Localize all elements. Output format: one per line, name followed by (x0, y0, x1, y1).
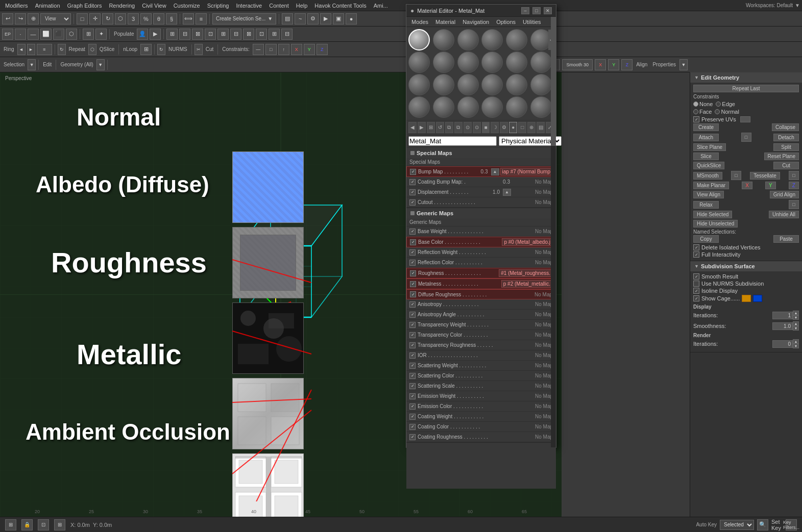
me-scrollbar-track[interactable] (551, 17, 556, 447)
align-btn[interactable]: ≡ (196, 13, 207, 24)
smoothness-down[interactable]: ▼ (793, 326, 799, 331)
face-radio[interactable]: Face (693, 109, 712, 115)
special-maps-header[interactable]: Special Maps (406, 148, 556, 158)
me-options-menu[interactable]: Options (493, 18, 519, 26)
coating-roughness-cb[interactable] (409, 434, 416, 440)
emission-weight-cb[interactable] (409, 393, 416, 399)
reflection-color-slot[interactable]: No Map (512, 260, 553, 265)
mat-ball-7[interactable] (408, 52, 430, 73)
emission-color-row[interactable]: Emission Color . . . . . . . . . . . No … (406, 401, 556, 412)
geom-down-btn[interactable]: ▼ (96, 59, 105, 70)
roughness-row[interactable]: Roughness . . . . . . . . . . . . . #1 (… (406, 268, 556, 278)
emission-weight-row[interactable]: Emission Weight . . . . . . . . . . No M… (406, 391, 556, 401)
emission-color-slot[interactable]: No Map (512, 403, 553, 409)
base-color-slot[interactable]: p #0 (Metal_albedo.j (502, 238, 552, 246)
align-x-btn[interactable]: X (595, 59, 606, 70)
me-options-btn[interactable]: ⚙ (500, 122, 508, 133)
y-btn[interactable]: Y (765, 182, 776, 189)
tools-btn2[interactable]: ⊟ (179, 29, 190, 40)
me-pick-btn[interactable]: ⊕ (527, 122, 536, 133)
attach-btn[interactable]: Attach (693, 134, 719, 141)
transparency-roughness-row[interactable]: Transparency Roughness . . . . . . No Ma… (406, 340, 556, 350)
border-btn[interactable]: ⬜ (40, 29, 52, 40)
view-dropdown[interactable]: View (40, 13, 71, 24)
search-btn[interactable]: 🔍 (757, 519, 768, 530)
bump-map-spinner[interactable]: ▲ (491, 168, 499, 175)
mat-ball-23[interactable] (506, 96, 527, 118)
me-restore-btn[interactable]: □ (532, 7, 541, 14)
reflection-color-cb[interactable] (409, 260, 416, 266)
slice-btn[interactable]: Slice (693, 153, 719, 160)
me-scrollbar-thumb[interactable] (551, 17, 556, 146)
tessellate-settings-btn[interactable]: □ (789, 171, 799, 180)
me-navigation-menu[interactable]: Navigation (459, 18, 492, 26)
repeat-last-btn[interactable]: Repeat Last (693, 85, 799, 92)
reflection-color-row[interactable]: Reflection Color . . . . . . . . . . No … (406, 258, 556, 268)
transparency-color-slot[interactable]: No Map (512, 332, 553, 338)
anisotropy-cb[interactable] (409, 301, 416, 308)
base-color-cb[interactable] (410, 239, 416, 245)
subobject-btn[interactable]: ✦ (95, 29, 107, 40)
cutout-cb[interactable] (409, 199, 416, 206)
percent-snap[interactable]: § (166, 13, 177, 24)
autokey-dropdown[interactable]: Selected (720, 520, 754, 530)
reflection-weight-slot[interactable]: No Map (512, 249, 553, 255)
paste-btn[interactable]: Paste (773, 235, 799, 243)
anisotropy-angle-cb[interactable] (409, 312, 416, 318)
menu-customize[interactable]: Customize (171, 2, 203, 10)
me-reset-btn[interactable]: ↺ (436, 122, 444, 133)
coating-bump-cb[interactable] (409, 179, 416, 185)
coating-weight-slot[interactable]: No Map (512, 414, 553, 419)
base-color-row[interactable]: Base Color . . . . . . . . . . . . . p #… (406, 237, 556, 247)
status-icon-2[interactable]: 🔒 (21, 519, 33, 530)
iterations-spinner[interactable]: ▲ ▼ (772, 311, 799, 320)
coating-weight-cb[interactable] (409, 414, 416, 420)
status-icon-1[interactable]: ⊞ (5, 519, 16, 530)
me-video-btn[interactable]: ▤ (537, 122, 545, 133)
unhide-all-btn[interactable]: Unhide All (769, 211, 799, 218)
normal-radio[interactable]: Normal (715, 109, 739, 115)
align-z-btn[interactable]: Z (621, 59, 633, 70)
ring-mode[interactable]: ≡ (37, 44, 52, 55)
tools-btn9[interactable]: ⊞ (269, 29, 280, 40)
sel-down-btn[interactable]: ▼ (28, 59, 36, 70)
mat-ball-20[interactable] (433, 96, 454, 118)
populate-btn[interactable]: 👤 (137, 29, 148, 40)
cut-icon[interactable]: ✂ (195, 44, 203, 55)
iterations-input[interactable] (772, 312, 793, 319)
coating-color-slot[interactable]: No Map (512, 424, 553, 429)
cage-color-1[interactable] (742, 295, 751, 302)
bump-map-cb[interactable] (410, 169, 416, 175)
menu-help[interactable]: Help (293, 2, 311, 10)
render-iterations-down[interactable]: ▼ (793, 344, 799, 348)
scattering-color-slot[interactable]: No Map (512, 373, 553, 378)
constraint-x-btn[interactable]: X (291, 44, 302, 55)
tools-btn8[interactable]: ⊡ (256, 29, 267, 40)
me-sphere-btn[interactable]: ● (509, 122, 517, 133)
ior-row[interactable]: IOR . . . . . . . . . . . . . . . . . . … (406, 350, 556, 361)
coating-color-row[interactable]: Coating Color . . . . . . . . . . . No M… (406, 422, 556, 432)
use-nurms-checkbox[interactable] (693, 281, 699, 287)
constraint-z-btn[interactable]: Z (317, 44, 328, 55)
menu-animation[interactable]: Animation (32, 2, 63, 10)
me-titlebar[interactable]: ● Material Editor - Metal_Mat – □ ✕ (406, 5, 556, 17)
transparency-color-cb[interactable] (409, 332, 416, 338)
angle-snap[interactable]: θ (153, 13, 164, 24)
full-interactivity-checkbox[interactable] (693, 251, 699, 258)
me-get-material-btn[interactable]: ◀ (408, 122, 417, 133)
redo-button[interactable]: ↪ (15, 13, 26, 24)
tools-btn10[interactable]: ⊟ (281, 29, 293, 40)
roughness-slot[interactable]: #1 (Metal_roughness. (499, 269, 552, 277)
mat-ball-13[interactable] (408, 74, 430, 95)
me-show-shader-btn[interactable]: ⊙ (464, 122, 472, 133)
coating-bump-row[interactable]: Coating Bump Map: . 0.3 No Map (406, 177, 556, 187)
split-btn[interactable]: Split (773, 143, 799, 151)
anisotropy-row[interactable]: Anisotropy . . . . . . . . . . . . . No … (406, 299, 556, 310)
constraint-edge-btn[interactable]: — (253, 44, 264, 55)
render-btn[interactable]: ▶ (320, 13, 331, 24)
smoothness-input[interactable] (772, 322, 793, 330)
editable-poly-btn[interactable]: EP (2, 29, 13, 40)
mat-ball-24[interactable] (530, 96, 552, 118)
transparency-roughness-cb[interactable] (409, 342, 416, 348)
nurms-icon[interactable]: ↻ (157, 44, 165, 55)
